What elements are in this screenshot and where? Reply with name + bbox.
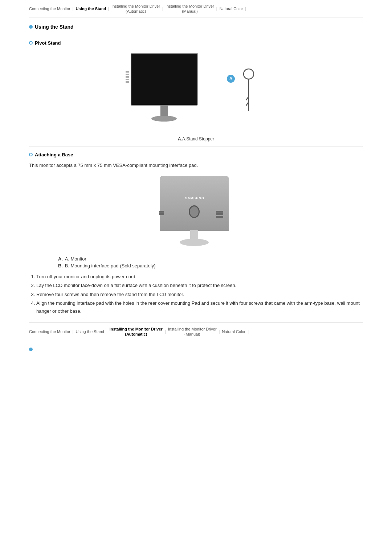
btn-3 xyxy=(126,76,129,78)
btn-2 xyxy=(126,74,129,75)
bottom-nav-sep-4: | xyxy=(219,329,220,334)
stopper-svg xyxy=(240,67,258,115)
divider-1 xyxy=(29,35,363,35)
monitor-side-buttons xyxy=(126,71,129,83)
bottom-nav-using-stand[interactable]: Using the Stand xyxy=(76,329,104,334)
top-navigation: Connecting the Monitor | Using the Stand… xyxy=(29,0,363,17)
nav-item-installing-auto[interactable]: Installing the Monitor Driver (Automatic… xyxy=(111,4,160,14)
badge-a: A xyxy=(227,75,235,83)
monitor-connectors xyxy=(216,211,223,218)
monitor-screen xyxy=(131,53,198,106)
left-port-2 xyxy=(159,213,164,215)
connector-3 xyxy=(216,216,223,218)
nav-sep-5: | xyxy=(245,7,246,11)
monitor-back-figure: SAMSUNG xyxy=(29,176,363,249)
divider-2 xyxy=(29,147,363,147)
btn-1 xyxy=(126,71,129,73)
nav-sep-3: | xyxy=(162,7,163,11)
nav-sep-1: | xyxy=(73,7,74,11)
bullet-icon xyxy=(29,25,33,29)
sub-bullet-icon-2 xyxy=(29,153,33,156)
monitor-back-body xyxy=(160,176,229,231)
bottom-nav-sep-5: | xyxy=(248,329,249,334)
pivot-stand-title: Pivot Stand xyxy=(29,40,363,46)
bottom-nav-sep-3: | xyxy=(165,329,166,334)
bottom-nav-sep-2: | xyxy=(106,329,107,334)
attaching-steps-list: Turn off your monitor and unplug its pow… xyxy=(36,273,363,315)
monitor-front-illustration xyxy=(131,53,203,129)
bottom-navigation: Connecting the Monitor | Using the Stand… xyxy=(29,323,363,340)
page-title: Using the Stand xyxy=(29,24,363,30)
bottom-nav-installing-auto[interactable]: Installing the Monitor Driver (Automatic… xyxy=(110,327,163,337)
step-4: Align the mounting interface pad with th… xyxy=(36,299,363,315)
attaching-base-title: Attaching a Base xyxy=(29,152,363,157)
left-port-1 xyxy=(159,211,164,213)
bottom-nav-sep-1: | xyxy=(73,329,74,334)
nav-sep-4: | xyxy=(216,7,217,11)
nav-sep-2: | xyxy=(108,7,109,11)
stand-stopper-illustration: A xyxy=(225,64,261,118)
label-b: B. B. Mounting interface pad (Sold separ… xyxy=(58,263,363,268)
connector-2 xyxy=(216,213,223,215)
step-1: Turn off your monitor and unplug its pow… xyxy=(36,273,363,281)
connector-1 xyxy=(216,211,223,213)
bottom-nav-connecting-monitor[interactable]: Connecting the Monitor xyxy=(29,329,70,334)
bottom-nav-natural-color[interactable]: Natural Color xyxy=(222,329,245,334)
nav-item-using-stand[interactable]: Using the Stand xyxy=(76,6,106,11)
monitor-back-base xyxy=(180,239,209,246)
monitor-back-illustration: SAMSUNG xyxy=(160,176,232,249)
samsung-label: SAMSUNG xyxy=(185,196,204,200)
monitor-stand-base xyxy=(151,116,177,122)
sub-bullet-icon xyxy=(29,41,33,45)
monitor-stand-neck xyxy=(160,106,168,116)
nav-item-connecting-monitor[interactable]: Connecting the Monitor xyxy=(29,6,70,11)
pivot-stand-figure: A xyxy=(29,53,363,129)
step-3: Remove four screws and then remove the s… xyxy=(36,291,363,299)
bottom-nav-installing-manual[interactable]: Installing the Monitor Driver (Manual) xyxy=(168,327,217,337)
btn-4 xyxy=(126,79,129,80)
label-a: A. A. Monitor xyxy=(58,256,363,262)
btn-5 xyxy=(126,81,129,83)
nav-item-installing-manual[interactable]: Installing the Monitor Driver (Manual) xyxy=(166,4,214,14)
step-2: Lay the LCD monitor face-down on a flat … xyxy=(36,282,363,290)
pivot-stand-caption: A.A.Stand Stopper xyxy=(29,136,363,141)
attaching-base-description: This monitor accepts a 75 mm x 75 mm VES… xyxy=(29,162,363,169)
bottom-bullet-area xyxy=(29,343,363,352)
bottom-bullet-icon xyxy=(29,348,33,351)
monitor-left-ports xyxy=(159,211,164,215)
svg-point-0 xyxy=(244,69,254,79)
nav-item-natural-color[interactable]: Natural Color xyxy=(220,6,243,11)
